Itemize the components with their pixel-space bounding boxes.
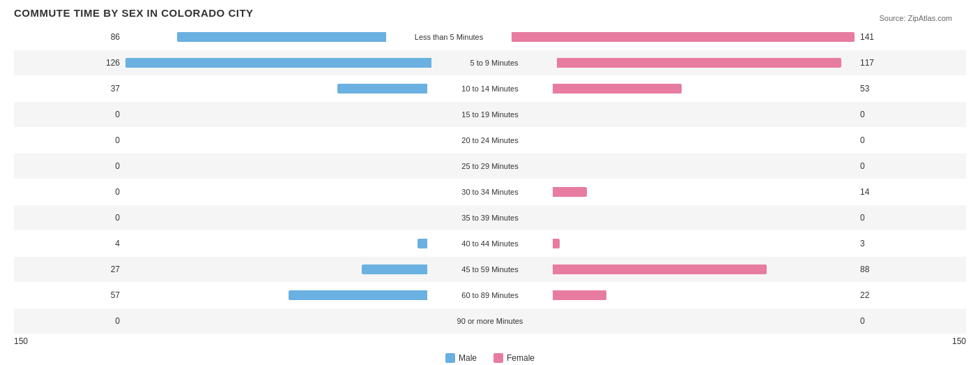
female-bar: [512, 32, 855, 42]
male-bar-wrap: [125, 50, 431, 75]
male-bar-wrap: [125, 128, 427, 153]
female-value: 3: [855, 239, 966, 248]
female-bar-wrap: [512, 24, 855, 50]
female-value: 22: [855, 290, 966, 300]
chart-row: 57 60 to 89 Minutes 22: [14, 283, 966, 308]
male-bar-wrap: [125, 154, 427, 179]
row-label: 15 to 19 Minutes: [427, 110, 553, 119]
male-bar: [418, 239, 427, 248]
female-value: 53: [855, 84, 966, 94]
chart-row: 86 Less than 5 Minutes 141: [14, 24, 966, 50]
female-value: 88: [855, 265, 966, 274]
row-label: 30 to 34 Minutes: [427, 188, 553, 196]
male-value: 0: [14, 135, 125, 145]
male-bar-wrap: [125, 205, 427, 230]
bottom-labels: 150 150: [14, 336, 966, 346]
bars-area: 40 to 44 Minutes: [125, 231, 855, 256]
male-value: 126: [14, 58, 125, 68]
female-bar: [553, 84, 682, 94]
female-bar-wrap: [553, 283, 855, 308]
legend-male-box: [445, 353, 455, 363]
bars-area: 25 to 29 Minutes: [125, 154, 855, 179]
female-bar-wrap: [553, 231, 855, 256]
bottom-left-label: 150: [14, 336, 28, 346]
bottom-right-label: 150: [952, 336, 966, 346]
male-bar: [289, 290, 427, 300]
bars-area: 30 to 34 Minutes: [125, 179, 855, 204]
female-bar-wrap: [553, 102, 855, 127]
bars-area: 60 to 89 Minutes: [125, 283, 855, 308]
source-label: Source: ZipAtlas.com: [879, 14, 952, 22]
chart-row: 27 45 to 59 Minutes 88: [14, 257, 966, 282]
male-value: 0: [14, 213, 125, 223]
female-value: 14: [855, 187, 966, 197]
female-bar: [553, 265, 767, 274]
male-value: 0: [14, 161, 125, 171]
male-bar: [177, 32, 386, 42]
female-bar-wrap: [553, 257, 855, 282]
male-value: 57: [14, 290, 125, 300]
male-value: 0: [14, 316, 125, 326]
chart-row: 37 10 to 14 Minutes 53: [14, 76, 966, 101]
female-value: 0: [855, 135, 966, 145]
bars-area: Less than 5 Minutes: [125, 24, 855, 50]
male-bar-wrap: [125, 76, 427, 101]
row-label: 20 to 24 Minutes: [427, 136, 553, 144]
bars-area: 15 to 19 Minutes: [125, 102, 855, 127]
male-value: 37: [14, 84, 125, 94]
female-bar-wrap: [553, 308, 855, 334]
female-bar: [557, 58, 841, 68]
legend-female: Female: [493, 353, 535, 363]
chart-title: COMMUTE TIME BY SEX IN COLORADO CITY: [14, 7, 966, 19]
female-value: 117: [855, 58, 966, 68]
row-label: 45 to 59 Minutes: [427, 265, 553, 274]
male-bar-wrap: [125, 179, 427, 204]
row-label: 5 to 9 Minutes: [431, 59, 557, 67]
bars-area: 35 to 39 Minutes: [125, 205, 855, 230]
legend-male: Male: [445, 353, 477, 363]
male-value: 0: [14, 110, 125, 119]
row-label: 25 to 29 Minutes: [427, 162, 553, 170]
chart-row: 0 25 to 29 Minutes 0: [14, 154, 966, 179]
chart-container: 86 Less than 5 Minutes 141 126 5 to 9 Mi…: [14, 24, 966, 363]
bars-area: 20 to 24 Minutes: [125, 128, 855, 153]
male-value: 86: [14, 32, 125, 42]
chart-row: 0 15 to 19 Minutes 0: [14, 102, 966, 127]
female-value: 141: [855, 32, 966, 42]
female-value: 0: [855, 316, 966, 326]
chart-row: 0 35 to 39 Minutes 0: [14, 205, 966, 230]
row-label: 35 to 39 Minutes: [427, 214, 553, 222]
chart-row: 4 40 to 44 Minutes 3: [14, 231, 966, 256]
male-bar: [337, 84, 427, 94]
legend-male-label: Male: [459, 353, 477, 363]
male-bar-wrap: [125, 257, 427, 282]
male-bar-wrap: [125, 24, 386, 50]
female-bar-wrap: [553, 154, 855, 179]
chart-row: 0 90 or more Minutes 0: [14, 308, 966, 334]
female-value: 0: [855, 161, 966, 171]
bars-area: 45 to 59 Minutes: [125, 257, 855, 282]
male-bar-wrap: [125, 308, 427, 334]
chart-row: 126 5 to 9 Minutes 117: [14, 50, 966, 75]
female-bar: [553, 290, 606, 300]
female-value: 0: [855, 110, 966, 119]
male-bar-wrap: [125, 231, 427, 256]
row-label: 40 to 44 Minutes: [427, 239, 553, 248]
row-label: Less than 5 Minutes: [386, 33, 512, 41]
male-value: 0: [14, 187, 125, 197]
female-value: 0: [855, 213, 966, 223]
chart-row: 0 20 to 24 Minutes 0: [14, 128, 966, 153]
female-bar-wrap: [553, 179, 855, 204]
row-label: 10 to 14 Minutes: [427, 84, 553, 93]
male-bar-wrap: [125, 102, 427, 127]
bars-area: 10 to 14 Minutes: [125, 76, 855, 101]
female-bar-wrap: [553, 76, 855, 101]
row-label: 60 to 89 Minutes: [427, 291, 553, 299]
male-bar-wrap: [125, 283, 427, 308]
legend-female-label: Female: [507, 353, 535, 363]
male-bar: [362, 265, 427, 274]
row-label: 90 or more Minutes: [427, 317, 553, 325]
male-bar: [125, 58, 431, 68]
male-value: 27: [14, 265, 125, 274]
female-bar: [553, 187, 587, 197]
